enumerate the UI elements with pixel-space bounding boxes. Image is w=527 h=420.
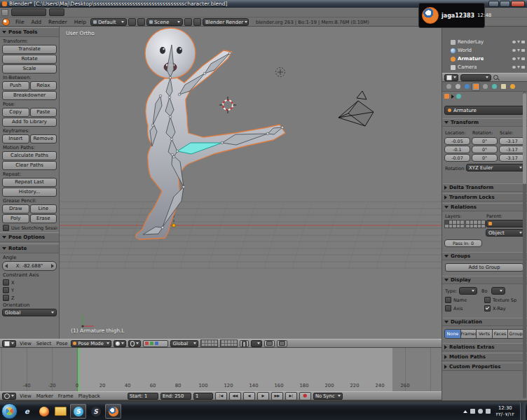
menu-help[interactable]: Help [71, 19, 89, 25]
paste-pose-button[interactable]: Paste [30, 108, 57, 117]
transform-locks-panel-header[interactable]: Transform Locks [442, 193, 527, 202]
push-button[interactable]: Push [2, 81, 29, 90]
mode-dropdown[interactable]: Pose Mode [71, 340, 111, 347]
editor-type-dropdown[interactable] [444, 74, 458, 81]
add-to-group-button[interactable]: Add to Group [445, 263, 523, 272]
object-name-field[interactable]: Armature [444, 106, 524, 115]
relax-button[interactable]: Relax [30, 81, 57, 90]
rotation-x-field[interactable]: 0° [472, 137, 498, 145]
select-menu[interactable]: Select [35, 341, 53, 346]
tab-physics[interactable] [508, 83, 516, 91]
insert-keyframe-button[interactable]: Insert [2, 134, 29, 144]
delta-transform-panel-header[interactable]: Delta Transform [442, 183, 527, 192]
scale-manipulator-icon[interactable] [155, 342, 158, 345]
taskbar-clock[interactable]: 12:30 ٢٢/٠٧/١٢ [496, 405, 514, 418]
view-menu[interactable]: View [18, 393, 33, 399]
translate-button[interactable]: Translate [2, 45, 57, 54]
marker-menu[interactable]: Marker [35, 393, 55, 399]
renderable-camera-icon[interactable] [521, 66, 525, 69]
blender-logo-icon[interactable] [2, 18, 10, 26]
display-name-checkbox[interactable]: Name [445, 297, 467, 303]
axis-x-checkbox[interactable]: X [3, 279, 57, 286]
taskbar-icon-skype[interactable]: S [70, 404, 86, 419]
outliner-item-armature[interactable]: Armature [442, 55, 527, 63]
3d-cursor[interactable] [219, 97, 236, 113]
scrollbar-thumb[interactable] [523, 93, 526, 184]
scale-y-field[interactable]: -3.17 [499, 146, 525, 153]
start-button[interactable] [1, 403, 18, 419]
rotation-z-field[interactable]: 0° [472, 154, 498, 162]
header-widget[interactable] [11, 8, 46, 16]
delete-screen-button[interactable] [137, 18, 145, 26]
location-x-field[interactable]: -0.05 [444, 137, 470, 145]
view-menu[interactable]: View [18, 341, 33, 346]
empty-object[interactable] [276, 68, 285, 77]
taskbar-icon-internet-explorer[interactable]: e [20, 405, 34, 418]
current-frame-field[interactable]: 1 [193, 393, 213, 400]
menu-file[interactable]: File [13, 19, 27, 25]
location-y-field[interactable]: -0.1 [444, 146, 470, 153]
display-type-dropdown[interactable] [459, 287, 477, 295]
visibility-eye-icon[interactable] [512, 41, 516, 43]
selectable-arrow-icon[interactable] [517, 57, 520, 60]
delete-scene-button[interactable] [193, 18, 201, 26]
editor-type-dropdown[interactable] [2, 340, 16, 347]
remove-keyframe-button[interactable]: Remove [30, 134, 57, 144]
taskbar-icon-explorer[interactable] [53, 405, 68, 418]
tab-render[interactable] [444, 83, 453, 91]
layers-grid[interactable] [444, 220, 465, 228]
visibility-eye-icon[interactable] [512, 57, 516, 60]
close-button[interactable] [511, 1, 525, 7]
visibility-eye-icon[interactable] [512, 49, 516, 52]
visibility-eye-icon[interactable] [512, 66, 516, 69]
editor-corner-icon[interactable] [1, 9, 8, 16]
selectable-arrow-icon[interactable] [517, 66, 520, 69]
relations-extras-panel-header[interactable]: Relations Extras [442, 343, 527, 351]
outliner-item-renderlayers[interactable]: RenderLay [442, 38, 527, 46]
render-opengl-anim-button[interactable] [277, 340, 287, 347]
selectable-arrow-icon[interactable] [517, 49, 520, 52]
display-panel-header[interactable]: Display [442, 276, 527, 284]
outliner-item-world[interactable]: World [442, 46, 527, 55]
timeline[interactable]: -40 -20 0 20 40 60 80 100 120 140 160 18… [0, 348, 442, 391]
decrement-icon[interactable] [5, 264, 8, 268]
rotate-manipulator-icon[interactable] [150, 342, 153, 345]
network-icon[interactable] [478, 409, 483, 414]
tab-scene[interactable] [453, 83, 462, 91]
search-icon[interactable] [493, 75, 498, 80]
next-keyframe-button[interactable]: ▶▶ [271, 392, 283, 400]
breakdowner-button[interactable]: Breakdowner [2, 91, 57, 100]
playback-menu[interactable]: Playback [77, 393, 102, 399]
location-z-field[interactable]: -0.07 [444, 154, 470, 162]
menu-render[interactable]: Render [46, 19, 70, 25]
duplication-group-button[interactable]: Group [508, 329, 524, 339]
sketching-session-checkbox[interactable]: Use Sketching Sessio [3, 225, 57, 231]
camera-object[interactable] [338, 91, 374, 126]
layers-widget[interactable] [200, 340, 218, 347]
object-origin-dot[interactable] [172, 224, 176, 227]
sync-dropdown[interactable]: No Sync [313, 393, 343, 400]
tab-world[interactable] [463, 83, 471, 91]
scale-z-field[interactable]: -3.17 [499, 154, 525, 162]
outliner-filter-dropdown[interactable] [460, 74, 491, 81]
tab-constraints[interactable] [481, 83, 489, 91]
relations-panel-header[interactable]: Relations [442, 203, 527, 211]
rotate-button[interactable]: Rotate [2, 55, 57, 64]
display-texture-space-checkbox[interactable]: Texture Sp [484, 297, 516, 303]
history-button[interactable]: History... [2, 188, 57, 197]
start-frame-field[interactable]: Start: 1 [128, 393, 158, 400]
end-frame-field[interactable]: End: 250 [160, 393, 191, 400]
editor-type-dropdown[interactable] [2, 393, 16, 400]
render-opengl-button[interactable] [264, 340, 275, 347]
calculate-paths-button[interactable]: Calculate Paths [2, 151, 57, 160]
grease-poly-button[interactable]: Poly [2, 214, 29, 223]
prev-keyframe-button[interactable]: ◀◀ [229, 392, 241, 400]
snap-toggle[interactable] [240, 340, 249, 347]
pose-menu[interactable]: Pose [55, 341, 69, 346]
viewport-3d[interactable]: User Ortho (1) Armature thigh.L [60, 27, 442, 339]
duplication-none-button[interactable]: None [444, 329, 461, 339]
screen-layout-dropdown[interactable]: Default [90, 18, 127, 26]
maximize-button[interactable] [500, 1, 510, 7]
transform-panel-header[interactable]: Transform [442, 118, 527, 127]
grease-draw-button[interactable]: Draw [2, 204, 29, 214]
